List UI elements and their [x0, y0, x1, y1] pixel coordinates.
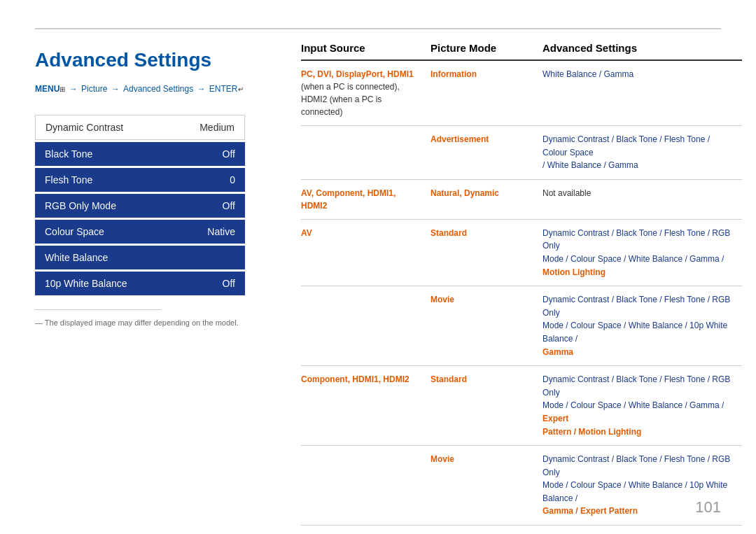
table-cell-input: Component, HDMI1, HDMI2 — [301, 373, 430, 438]
menu-item-value: Off — [223, 200, 235, 211]
table-cell-mode: Movie — [430, 293, 542, 358]
table-cell-input — [301, 293, 430, 358]
col-advanced-settings: Advanced Settings — [542, 42, 742, 54]
top-rule — [35, 28, 721, 29]
breadcrumb-picture: Picture — [81, 84, 107, 94]
page-title: Advanced Settings — [35, 49, 259, 71]
table-header: Input Source Picture Mode Advanced Setti… — [301, 42, 742, 61]
table-row: Movie Dynamic Contrast / Black Tone / Fl… — [301, 446, 742, 526]
footnote: ― The displayed image may differ dependi… — [35, 318, 259, 327]
breadcrumb-menu: MENU — [35, 84, 59, 94]
table-cell-adv: Not available — [542, 187, 742, 212]
table-cell-mode: Natural, Dynamic — [430, 187, 542, 212]
table-cell-input: AV — [301, 227, 430, 279]
table-row: AV, Component, HDMI1, HDMI2 Natural, Dyn… — [301, 180, 742, 220]
breadcrumb-advsettings: Advanced Settings — [123, 84, 193, 94]
table-cell-adv: Dynamic Contrast / Black Tone / Flesh To… — [542, 133, 742, 172]
table-cell-input: PC, DVI, DisplayPort, HDMI1 (when a PC i… — [301, 68, 430, 118]
table-cell-adv: Dynamic Contrast / Black Tone / Flesh To… — [542, 293, 742, 358]
left-section: Advanced Settings MENU⊞ → Picture → Adva… — [35, 42, 259, 327]
menu-item-label: Black Tone — [45, 148, 92, 160]
table-cell-adv: White Balance / Gamma — [542, 68, 742, 118]
breadcrumb-arrow1: → — [69, 84, 80, 94]
menu-item-label: RGB Only Mode — [45, 200, 116, 211]
menu-item-value: Medium — [200, 122, 234, 133]
table-cell-mode: Information — [430, 68, 542, 118]
table-cell-input — [301, 133, 430, 172]
menu-item-value: Off — [223, 148, 235, 160]
table-cell-mode: Advertisement — [430, 133, 542, 172]
table-cell-input: AV, Component, HDMI1, HDMI2 — [301, 187, 430, 212]
table-body: PC, DVI, DisplayPort, HDMI1 (when a PC i… — [301, 61, 742, 526]
table-cell-mode: Standard — [430, 227, 542, 279]
breadcrumb: MENU⊞ → Picture → Advanced Settings → EN… — [35, 84, 259, 94]
breadcrumb-arrow2: → — [111, 84, 122, 94]
table-cell-mode: Standard — [430, 373, 542, 438]
menu-item-rgb-only-mode[interactable]: RGB Only Mode Off — [35, 194, 245, 218]
menu-item-value: Off — [223, 278, 235, 289]
table-cell-adv: Dynamic Contrast / Black Tone / Flesh To… — [542, 227, 742, 279]
menu-item-value: 0 — [230, 174, 235, 185]
table-row: Movie Dynamic Contrast / Black Tone / Fl… — [301, 286, 742, 366]
table-cell-mode: Movie — [430, 453, 542, 518]
menu-item-value: Native — [207, 226, 235, 237]
menu-item-label: White Balance — [45, 252, 108, 263]
menu-item-white-balance[interactable]: White Balance — [35, 246, 245, 269]
menu-item-label: Flesh Tone — [45, 174, 92, 185]
page-number: 101 — [695, 498, 721, 517]
right-section: Input Source Picture Mode Advanced Setti… — [301, 42, 742, 526]
breadcrumb-arrow3: → — [197, 84, 208, 94]
table-row: PC, DVI, DisplayPort, HDMI1 (when a PC i… — [301, 61, 742, 126]
table-cell-input — [301, 453, 430, 518]
menu-item-10p-white-balance[interactable]: 10p White Balance Off — [35, 272, 245, 295]
menu-item-black-tone[interactable]: Black Tone Off — [35, 142, 245, 166]
menu-item-dynamic-contrast[interactable]: Dynamic Contrast Medium — [35, 115, 245, 140]
menu-item-label: Dynamic Contrast — [46, 122, 123, 133]
breadcrumb-enter: ENTER — [209, 84, 238, 94]
table-row: Advertisement Dynamic Contrast / Black T… — [301, 126, 742, 180]
settings-menu: Dynamic Contrast Medium Black Tone Off F… — [35, 115, 245, 295]
table-row: Component, HDMI1, HDMI2 Standard Dynamic… — [301, 366, 742, 446]
menu-item-label: 10p White Balance — [45, 278, 127, 289]
col-picture-mode: Picture Mode — [430, 42, 542, 54]
table-cell-adv: Dynamic Contrast / Black Tone / Flesh To… — [542, 373, 742, 438]
col-input-source: Input Source — [301, 42, 430, 54]
table-row: AV Standard Dynamic Contrast / Black Ton… — [301, 220, 742, 286]
divider — [35, 309, 161, 310]
menu-item-colour-space[interactable]: Colour Space Native — [35, 220, 245, 244]
menu-item-flesh-tone[interactable]: Flesh Tone 0 — [35, 168, 245, 192]
menu-item-label: Colour Space — [45, 226, 104, 237]
